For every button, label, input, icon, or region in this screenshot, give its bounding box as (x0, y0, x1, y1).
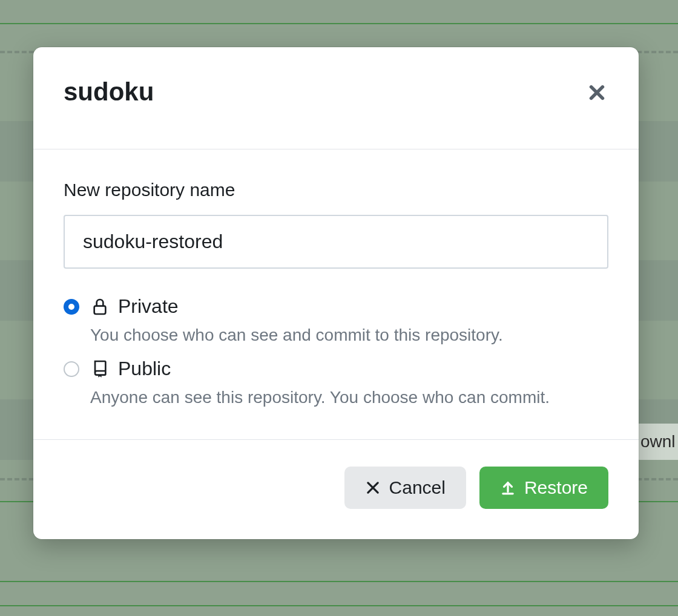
modal-header: sudoku (33, 47, 639, 149)
cancel-label: Cancel (389, 477, 446, 498)
upload-icon (500, 480, 516, 496)
close-button[interactable] (585, 81, 608, 106)
close-icon (588, 84, 606, 102)
svg-rect-0 (94, 306, 106, 313)
restore-repo-modal: sudoku New repository name Private (33, 47, 639, 539)
cancel-button[interactable]: Cancel (344, 467, 466, 509)
visibility-option-public[interactable]: Public Anyone can see this repository. Y… (64, 358, 608, 409)
public-label: Public (118, 358, 171, 380)
repo-name-input[interactable] (64, 215, 608, 269)
restore-label: Restore (524, 477, 588, 498)
modal-footer: Cancel Restore (33, 440, 639, 539)
private-label: Private (118, 295, 179, 318)
modal-title: sudoku (64, 77, 154, 106)
restore-button[interactable]: Restore (479, 467, 608, 509)
public-radio[interactable] (64, 361, 79, 377)
download-chip: ownl (636, 424, 678, 460)
visibility-group: Private You choose who can see and commi… (64, 295, 608, 409)
public-description: Anyone can see this repository. You choo… (90, 386, 608, 409)
visibility-option-private[interactable]: Private You choose who can see and commi… (64, 295, 608, 347)
x-icon (365, 480, 381, 496)
lock-icon (90, 297, 110, 316)
repo-name-label: New repository name (64, 180, 608, 200)
private-radio[interactable] (64, 299, 79, 315)
private-description: You choose who can see and commit to thi… (90, 324, 608, 347)
repo-icon (90, 359, 110, 378)
modal-body: New repository name Private You choose w… (33, 149, 639, 440)
